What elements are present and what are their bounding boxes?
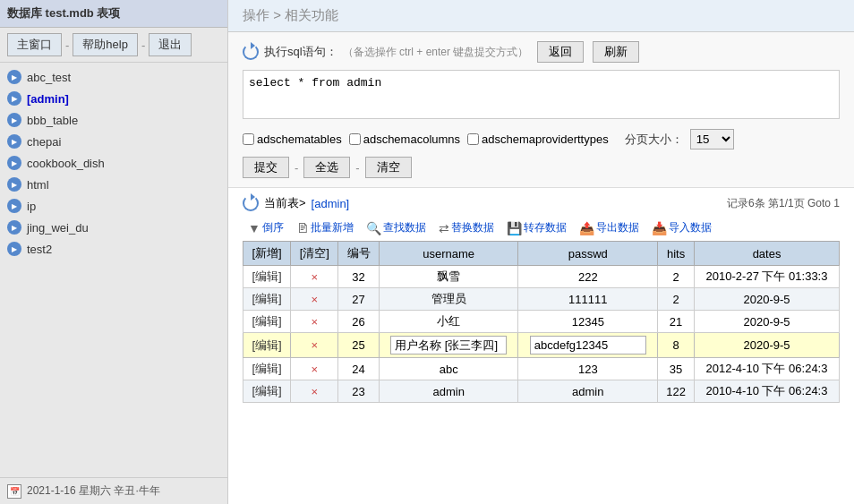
logout-button[interactable]: 退出	[149, 33, 192, 56]
table-title: 当前表> [admin]	[243, 195, 349, 211]
arrow-icon	[7, 134, 21, 149]
col-header-3: username	[379, 242, 518, 266]
sidebar-date: 📅 2021-1-16 星期六 辛丑·牛年	[0, 477, 227, 504]
toolbar-icon-5: 📤	[579, 221, 594, 235]
passwd-cell-2: 12345	[518, 311, 658, 333]
toolbar-icon-6: 📥	[652, 221, 667, 235]
toolbar-icon-0: ▼	[248, 221, 260, 235]
toolbar-icon-2: 🔍	[366, 221, 381, 235]
col-header-0: [新增]	[243, 242, 291, 266]
sql-textarea[interactable]	[243, 70, 840, 119]
col-header-1: [清空]	[291, 242, 338, 266]
toolbar-item-4[interactable]: 💾转存数据	[501, 218, 572, 237]
toolbar-icon-1: 🖹	[296, 221, 309, 235]
sep1: -	[65, 38, 69, 52]
toolbar-icon-4: 💾	[507, 221, 522, 235]
arrow-icon	[7, 199, 21, 213]
sql-section-label: 执行sql语句：	[264, 44, 337, 60]
sidebar-item-abc_test[interactable]: abc_test	[0, 66, 227, 88]
delete-cell-5[interactable]: ×	[291, 380, 338, 403]
table-toolbar: ▼倒序🖹批量新增🔍查找数据⇄替换数据💾转存数据📤导出数据📥导入数据	[243, 215, 840, 241]
main-header: 操作 > 相关功能	[228, 0, 854, 32]
delete-cell-4[interactable]: ×	[291, 358, 338, 380]
username-cell-3[interactable]	[379, 333, 518, 358]
arrow-icon	[7, 91, 21, 106]
sidebar: 数据库 test.mdb 表项 主窗口 - 帮助help - 退出 abc_te…	[0, 0, 228, 504]
toolbar-item-2[interactable]: 🔍查找数据	[361, 218, 431, 237]
sidebar-item-html[interactable]: html	[0, 174, 227, 195]
sql-section: 执行sql语句： （备选操作 ctrl + enter 键盘提交方式） 返回 刷…	[228, 32, 854, 188]
edit-cell-5[interactable]: [编辑]	[243, 380, 291, 403]
sidebar-item-admin[interactable]: [admin]	[0, 88, 227, 109]
sidebar-item-test2[interactable]: test2	[0, 238, 227, 260]
hits-cell-4: 35	[658, 358, 695, 380]
toolbar-label-5: 导出数据	[596, 220, 639, 235]
dates-cell-1: 2020-9-5	[695, 288, 840, 311]
sidebar-item-cookbook_dish[interactable]: cookbook_dish	[0, 152, 227, 174]
help-button[interactable]: 帮助help	[73, 33, 138, 56]
arrow-icon	[7, 177, 21, 192]
username-cell-5: admin	[379, 380, 518, 403]
edit-cell-3[interactable]: [编辑]	[243, 333, 291, 358]
toolbar-item-0[interactable]: ▼倒序	[243, 218, 289, 237]
sidebar-item-bbb_table[interactable]: bbb_table	[0, 109, 227, 131]
refresh-button[interactable]: 刷新	[593, 41, 639, 63]
checkbox-option-1[interactable]: adschemacolumns	[349, 132, 460, 146]
table-section: 当前表> [admin] 记录6条 第1/1页 Goto 1 ▼倒序🖹批量新增🔍…	[228, 188, 854, 504]
hits-cell-3: 8	[658, 333, 695, 358]
table-row: [编辑]×23adminadmin1222010-4-10 下午 06:24:3	[243, 380, 840, 403]
toolbar-item-5[interactable]: 📤导出数据	[574, 218, 645, 237]
toolbar-item-6[interactable]: 📥导入数据	[646, 218, 717, 237]
checkbox-option-2[interactable]: adschemaproviderttypes	[467, 132, 609, 146]
delete-cell-3[interactable]: ×	[291, 333, 338, 358]
username-input-3[interactable]	[390, 336, 507, 355]
col-header-2: 编号	[338, 242, 380, 266]
table-record-info: 记录6条 第1/1页 Goto 1	[727, 196, 840, 211]
action-sep1: -	[295, 161, 298, 175]
breadcrumb: 操作 > 相关功能	[243, 7, 338, 22]
toolbar-label-4: 转存数据	[524, 220, 567, 235]
toolbar-item-1[interactable]: 🖹批量新增	[291, 218, 359, 237]
toolbar-icon-3: ⇄	[439, 221, 449, 235]
checkbox-option-0[interactable]: adschematables	[243, 132, 342, 146]
submit-button[interactable]: 提交	[243, 157, 289, 178]
sep2: -	[141, 38, 145, 52]
sidebar-buttons: 主窗口 - 帮助help - 退出	[0, 28, 227, 63]
toolbar-label-2: 查找数据	[383, 220, 426, 235]
passwd-cell-3[interactable]	[518, 333, 658, 358]
dates-cell-3: 2020-9-5	[695, 333, 840, 358]
dates-cell-5: 2010-4-10 下午 06:24:3	[695, 380, 840, 403]
passwd-cell-5: admin	[518, 380, 658, 403]
edit-cell-2[interactable]: [编辑]	[243, 311, 291, 333]
back-button[interactable]: 返回	[537, 41, 584, 63]
edit-cell-1[interactable]: [编辑]	[243, 288, 291, 311]
main-window-button[interactable]: 主窗口	[7, 33, 62, 56]
delete-cell-2[interactable]: ×	[291, 311, 338, 333]
data-table: [新增][清空]编号usernamepasswdhitsdates [编辑]×3…	[243, 241, 840, 403]
action-sep2: -	[355, 161, 359, 175]
toolbar-item-3[interactable]: ⇄替换数据	[433, 218, 500, 237]
clear-button[interactable]: 清空	[365, 157, 412, 178]
sql-header: 执行sql语句： （备选操作 ctrl + enter 键盘提交方式） 返回 刷…	[243, 41, 840, 63]
select-all-button[interactable]: 全选	[303, 157, 350, 178]
sidebar-item-chepai[interactable]: chepai	[0, 131, 227, 152]
sidebar-item-jing_wei_du[interactable]: jing_wei_du	[0, 217, 227, 238]
hits-cell-5: 122	[658, 380, 695, 403]
username-cell-2: 小红	[379, 311, 518, 333]
calendar-icon: 📅	[7, 484, 21, 499]
sidebar-item-ip[interactable]: ip	[0, 195, 227, 217]
table-row: [编辑]×32飘雪22222010-2-27 下午 01:33:3	[243, 266, 840, 288]
table-row: [编辑]×2582020-9-5	[243, 333, 840, 358]
delete-cell-1[interactable]: ×	[291, 288, 338, 311]
page-size-select[interactable]: 15203050100	[690, 129, 734, 149]
sql-label: 执行sql语句： （备选操作 ctrl + enter 键盘提交方式）	[243, 44, 528, 60]
table-name-label[interactable]: [admin]	[312, 197, 350, 210]
edit-cell-0[interactable]: [编辑]	[243, 266, 291, 288]
edit-cell-4[interactable]: [编辑]	[243, 358, 291, 380]
delete-cell-0[interactable]: ×	[291, 266, 338, 288]
id-cell-4: 24	[338, 358, 380, 380]
id-cell-3: 25	[338, 333, 380, 358]
table-refresh-icon	[243, 195, 259, 211]
refresh-spin-icon	[243, 44, 259, 60]
passwd-input-3[interactable]	[530, 336, 646, 355]
